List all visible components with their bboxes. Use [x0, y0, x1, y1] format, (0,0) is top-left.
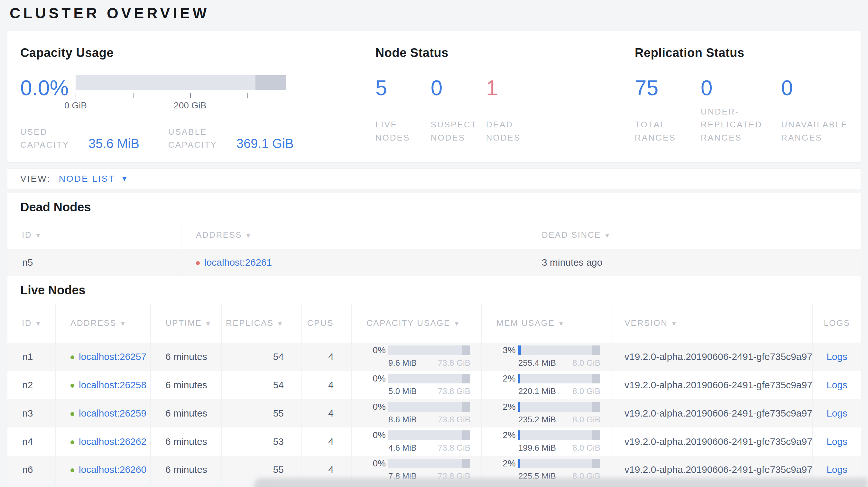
- node-uptime: 6 minutes: [151, 456, 221, 484]
- node-cpus: 4: [302, 399, 352, 427]
- sort-desc-icon[interactable]: ▼: [558, 320, 565, 327]
- node-uptime: 6 minutes: [151, 399, 221, 427]
- node-id: n6: [7, 456, 56, 484]
- sort-desc-icon[interactable]: ▼: [245, 232, 252, 239]
- node-mem-usage-cell: 2% 235.2 MiB 8.0 GiB: [482, 399, 613, 427]
- node-logs-cell: Logs: [812, 371, 861, 399]
- mem-total-value: 8.0 GiB: [572, 386, 600, 396]
- capacity-minibar: [388, 430, 470, 440]
- capacity-percent-value: 0.0%: [20, 75, 75, 98]
- node-capacity-usage-cell: 0% 8.6 MiB 73.8 GiB: [352, 399, 482, 427]
- sort-desc-icon[interactable]: ▼: [454, 320, 460, 327]
- view-dropdown-selected[interactable]: NODE LIST: [59, 174, 115, 184]
- node-address-link[interactable]: localhost:26262: [79, 436, 146, 447]
- sort-desc-icon[interactable]: ▼: [35, 232, 42, 239]
- node-address-link[interactable]: localhost:26258: [79, 380, 146, 390]
- live-col-uptime[interactable]: UPTIME▼: [151, 304, 221, 343]
- mem-minibar-reserved: [592, 346, 601, 355]
- node-id: n5: [7, 249, 181, 276]
- capacity-used-value: 5.0 MiB: [388, 386, 416, 396]
- mem-minibar: [518, 459, 600, 468]
- mem-minibar-reserved: [592, 402, 601, 412]
- node-capacity-usage-cell: 0% 5.0 MiB 73.8 GiB: [352, 371, 482, 399]
- node-version: v19.2.0-alpha.20190606-2491-gfe735c9a97: [613, 371, 812, 399]
- mem-minibar: [518, 430, 600, 440]
- node-address-link[interactable]: localhost:26261: [204, 257, 272, 268]
- node-logs-link[interactable]: Logs: [827, 436, 847, 447]
- mem-minibar-reserved: [592, 459, 601, 468]
- mem-percent: 3%: [496, 345, 516, 355]
- bottom-overflow-shadow: [254, 478, 868, 487]
- mem-minibar-fill: [518, 430, 520, 440]
- mem-minibar: [518, 402, 600, 412]
- chevron-down-icon[interactable]: ▼: [121, 175, 128, 183]
- node-mem-usage-cell: 3% 255.4 MiB 8.0 GiB: [482, 343, 613, 371]
- node-version: v19.2.0-alpha.20190606-2491-gfe735c9a97: [613, 399, 812, 427]
- sort-desc-icon[interactable]: ▼: [671, 320, 678, 327]
- dead-nodes-table: ID▼ ADDRESS▼ DEAD SINCE▼ n5 localhost:26…: [7, 221, 861, 276]
- mem-percent: 2%: [496, 374, 516, 384]
- view-dropdown[interactable]: NODE LIST ▼: [59, 174, 128, 184]
- node-replicas: 53: [221, 427, 302, 456]
- live-col-address[interactable]: ADDRESS▼: [56, 304, 151, 343]
- sort-desc-icon[interactable]: ▼: [35, 320, 42, 327]
- node-address-cell: localhost:26259: [56, 399, 151, 427]
- live-col-replicas[interactable]: REPLICAS▼: [221, 304, 302, 343]
- dead-col-id[interactable]: ID▼: [7, 221, 181, 249]
- mem-minibar-fill: [518, 346, 521, 355]
- live-col-mem-usage[interactable]: MEM USAGE▼: [482, 304, 613, 343]
- usable-capacity-metric: USABLE CAPACITY 369.1 GiB: [168, 125, 294, 152]
- used-capacity-value: 35.6 MiB: [89, 136, 139, 152]
- node-cpus: 4: [302, 343, 352, 371]
- mem-percent: 2%: [496, 402, 516, 412]
- mem-used-value: 235.2 MiB: [518, 415, 556, 425]
- total-ranges-stat: 75 TOTAL RANGES: [635, 75, 701, 144]
- live-col-version[interactable]: VERSION▼: [613, 304, 812, 343]
- dead-nodes-heading: Dead Nodes: [7, 193, 861, 221]
- node-address-link[interactable]: localhost:26259: [79, 408, 146, 419]
- node-logs-link[interactable]: Logs: [827, 464, 847, 475]
- used-capacity-label: USED CAPACITY: [20, 125, 89, 152]
- node-logs-link[interactable]: Logs: [827, 351, 847, 362]
- live-status-dot-icon: [70, 384, 74, 388]
- live-col-id[interactable]: ID▼: [7, 304, 56, 343]
- sort-desc-icon[interactable]: ▼: [205, 320, 212, 327]
- unavailable-ranges-count: 0: [781, 75, 848, 98]
- capacity-minibar: [388, 346, 470, 355]
- node-address-link[interactable]: localhost:26257: [79, 351, 146, 362]
- dead-col-dead-since[interactable]: DEAD SINCE▼: [527, 221, 861, 249]
- capacity-minibar: [388, 402, 470, 412]
- live-col-capacity-usage[interactable]: CAPACITY USAGE▼: [352, 304, 482, 343]
- node-cpus: 4: [302, 371, 352, 399]
- dead-nodes-stat: 1 DEAD NODES: [486, 75, 521, 144]
- axis-tick-label: 200 GiB: [174, 100, 206, 111]
- capacity-minibar-reserved: [462, 430, 471, 440]
- node-address-link[interactable]: localhost:26260: [79, 464, 146, 475]
- node-capacity-usage-cell: 0% 9.6 MiB 73.8 GiB: [352, 343, 482, 371]
- node-id: n2: [7, 371, 56, 399]
- capacity-used-value: 9.6 MiB: [388, 358, 416, 368]
- mem-used-value: 199.6 MiB: [518, 443, 556, 453]
- node-address-cell: localhost:26262: [56, 427, 151, 456]
- live-col-cpus[interactable]: CPUS: [302, 304, 352, 343]
- node-logs-link[interactable]: Logs: [827, 380, 847, 390]
- sort-desc-icon[interactable]: ▼: [120, 320, 126, 327]
- sort-desc-icon[interactable]: ▼: [277, 320, 284, 327]
- capacity-axis: 0 GiB 200 GiB: [75, 90, 286, 111]
- capacity-used-value: 8.6 MiB: [388, 415, 416, 425]
- sort-desc-icon[interactable]: ▼: [604, 232, 611, 239]
- total-ranges-count: 75: [635, 75, 701, 98]
- capacity-gauge: 0 GiB 200 GiB: [75, 75, 286, 111]
- node-replicas: 54: [221, 343, 302, 371]
- page-title: CLUSTER OVERVIEW: [10, 4, 868, 22]
- node-cpus: 4: [302, 427, 352, 456]
- axis-tick: [75, 93, 76, 98]
- dead-col-address[interactable]: ADDRESS▼: [181, 221, 527, 249]
- replication-status-title: Replication Status: [635, 46, 848, 60]
- axis-tick: [190, 93, 191, 98]
- node-logs-link[interactable]: Logs: [827, 408, 847, 419]
- node-version: v19.2.0-alpha.20190606-2491-gfe735c9a97: [613, 343, 812, 371]
- node-logs-cell: Logs: [812, 399, 861, 427]
- cluster-summary-card: Capacity Usage 0.0% 0 GiB 200 GiB: [7, 31, 861, 163]
- node-address-cell: localhost:26257: [56, 343, 151, 371]
